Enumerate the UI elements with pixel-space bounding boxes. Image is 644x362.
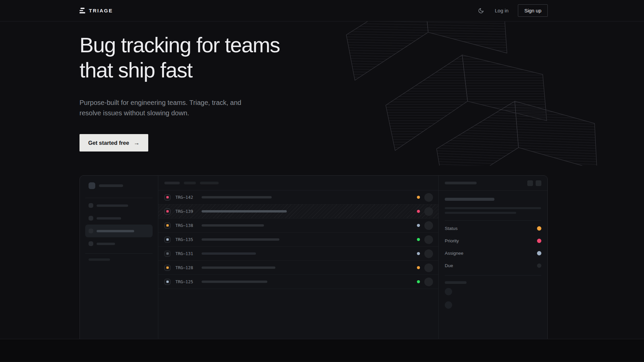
- issue-type-icon: [164, 251, 170, 257]
- brand-name: TRIAGE: [89, 8, 113, 13]
- issue-title-placeholder: [202, 224, 264, 227]
- field-value-dot: [537, 263, 541, 268]
- hero-title: Bug tracking for teamsthat ship fast: [79, 21, 548, 83]
- skeleton-tab: [184, 182, 196, 184]
- skeleton-button: [527, 180, 533, 186]
- hero-subtitle: Purpose-built for engineering teams. Tri…: [79, 98, 251, 118]
- hero-section: Bug tracking for teamsthat ship fast Pur…: [0, 21, 644, 339]
- mockup-sidebar-items: [85, 199, 153, 250]
- mockup-list-header: [158, 176, 438, 190]
- issue-type-icon: [164, 279, 170, 285]
- issue-status-dot: [417, 238, 420, 241]
- mockup-detail-header: [439, 176, 547, 191]
- detail-fields: Status Priority Assignee Due: [445, 222, 541, 272]
- field-row-assignee: Assignee: [445, 247, 541, 259]
- issue-id: TRG–142: [175, 195, 197, 200]
- mockup-sidebar-logo: [85, 182, 153, 189]
- skeleton-bar: [445, 212, 516, 214]
- issue-status-dot: [417, 266, 420, 269]
- sidebar-item-placeholder: [85, 199, 153, 212]
- skeleton-bar: [445, 182, 477, 184]
- issue-title-placeholder: [202, 266, 275, 269]
- footer-section: [0, 339, 644, 361]
- issue-row: TRG–131: [158, 247, 438, 261]
- skeleton-title-bar: [445, 198, 494, 201]
- issue-avatar: [424, 235, 433, 244]
- issue-avatar: [424, 278, 433, 286]
- issue-status-dot: [417, 210, 420, 213]
- issue-type-icon: [164, 223, 170, 229]
- divider: [445, 275, 541, 276]
- skeleton-tab: [200, 182, 219, 184]
- triage-logo-icon: [79, 8, 85, 13]
- issue-status-dot: [417, 224, 420, 227]
- issue-avatar: [424, 193, 433, 202]
- mockup-issue-list: TRG–142 TRG–139 TRG–138: [158, 176, 438, 339]
- issue-row: TRG–125: [158, 275, 438, 289]
- issue-title-placeholder: [202, 281, 267, 283]
- issue-id: TRG–131: [175, 251, 197, 256]
- divider: [85, 253, 153, 254]
- issue-id: TRG–125: [175, 279, 197, 284]
- log-in-button[interactable]: Log in: [495, 8, 508, 13]
- issue-id: TRG–128: [175, 265, 197, 270]
- issue-avatar: [424, 207, 433, 216]
- issue-id: TRG–135: [175, 237, 197, 242]
- logo-placeholder: [89, 182, 95, 189]
- issue-type-icon: [164, 237, 170, 243]
- sidebar-item-placeholder: [85, 237, 153, 250]
- field-label: Assignee: [445, 251, 464, 256]
- issue-type-icon: [164, 208, 170, 215]
- issue-title-placeholder: [202, 210, 287, 213]
- get-started-label: Get started free: [88, 140, 129, 146]
- skeleton-bar: [89, 258, 110, 261]
- issue-avatar: [424, 263, 433, 272]
- skeleton-bar: [445, 207, 541, 209]
- field-row-due: Due: [445, 259, 541, 272]
- skeleton-avatar: [445, 288, 452, 295]
- field-value-dot: [537, 226, 541, 231]
- get-started-button[interactable]: Get started free →: [79, 134, 148, 152]
- field-row-priority: Priority: [445, 235, 541, 247]
- sign-up-button[interactable]: Sign up: [518, 4, 548, 17]
- field-label: Priority: [445, 238, 459, 243]
- issue-row: TRG–135: [158, 233, 438, 247]
- field-value-dot: [537, 251, 541, 255]
- divider: [85, 198, 153, 198]
- issue-title-placeholder: [202, 252, 256, 255]
- arrow-right-icon: →: [133, 139, 140, 146]
- theme-toggle-button[interactable]: [477, 6, 485, 15]
- skeleton-bar: [99, 184, 123, 187]
- skeleton-bar: [445, 281, 467, 284]
- issue-row: TRG–128: [158, 261, 438, 275]
- skeleton-button: [536, 180, 541, 186]
- issue-status-dot: [417, 280, 420, 283]
- issue-row: TRG–139: [158, 204, 438, 219]
- field-label: Status: [445, 226, 458, 231]
- issue-row: TRG–138: [158, 219, 438, 233]
- field-row-status: Status: [445, 222, 541, 235]
- field-label: Due: [445, 263, 453, 268]
- issue-title-placeholder: [202, 196, 272, 198]
- issue-type-icon: [164, 265, 170, 271]
- sidebar-item-placeholder-active: [85, 225, 153, 237]
- skeleton-avatar: [445, 301, 452, 309]
- issue-avatar: [424, 249, 433, 258]
- app-preview-mockup: TRG–142 TRG–139 TRG–138: [79, 175, 548, 339]
- issue-id: TRG–139: [175, 209, 197, 214]
- issue-id: TRG–138: [175, 223, 197, 228]
- issue-type-icon: [164, 194, 170, 200]
- divider: [445, 220, 541, 221]
- issue-avatar: [424, 221, 433, 230]
- sidebar-item-placeholder: [85, 212, 153, 225]
- skeleton-tab: [164, 182, 180, 184]
- issue-status-dot: [417, 252, 420, 255]
- issue-status-dot: [417, 196, 420, 199]
- issue-title-placeholder: [202, 238, 279, 241]
- brand-logo[interactable]: TRIAGE: [79, 8, 113, 13]
- field-value-dot: [537, 239, 541, 243]
- mockup-sidebar: [80, 176, 158, 339]
- issue-row: TRG–142: [158, 190, 438, 204]
- top-nav: TRIAGE Log in Sign up: [0, 0, 644, 21]
- moon-icon: [478, 8, 484, 14]
